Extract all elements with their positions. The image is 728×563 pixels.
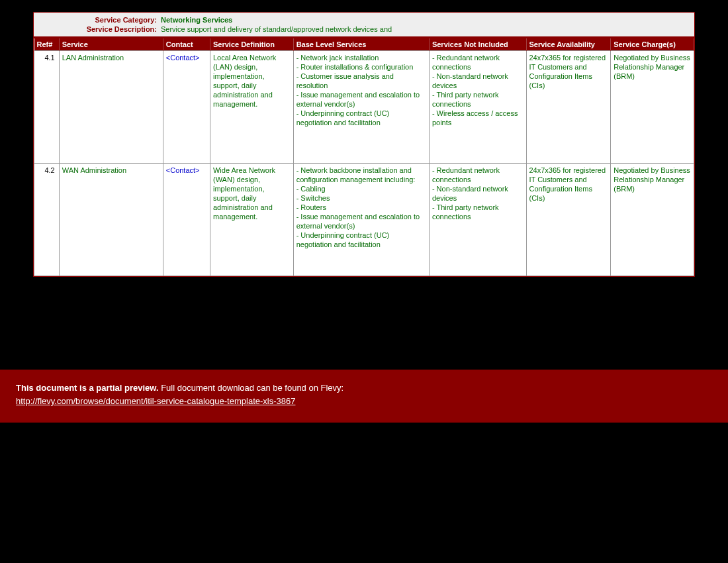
category-value: Networking Services [161,15,232,25]
cell-ref: 4.2 [34,164,60,276]
footer-rest: Full document download can be found on F… [159,383,344,393]
cell-base: - Network jack installation - Router ins… [293,51,429,164]
service-table: Ref# Service Contact Service Definition … [34,38,694,276]
cell-contact: <Contact> [163,51,210,164]
footer-bold: This document is a partial preview. [16,383,159,393]
cell-availability: 24x7x365 for registered IT Customers and… [526,164,611,276]
cell-definition: Wide Area Network (WAN) design, implemen… [210,164,293,276]
cell-availability: 24x7x365 for registered IT Customers and… [526,51,611,164]
header-base: Base Level Services [293,38,429,51]
cell-charges: Negotiated by Business Relationship Mana… [611,51,694,164]
preview-footer: This document is a partial preview. Full… [0,370,728,423]
cell-contact: <Contact> [163,164,210,276]
meta-block: Service Category: Networking Services Se… [34,13,694,38]
table-row: 4.1LAN Administration<Contact>Local Area… [34,51,694,164]
cell-service: LAN Administration [59,51,163,164]
cell-not-included: - Redundant network connections - Non-st… [429,51,526,164]
header-ref: Ref# [34,38,60,51]
description-value: Service support and delivery of standard… [161,25,392,34]
header-definition: Service Definition [210,38,293,51]
cell-base: - Network backbone installation and conf… [293,164,429,276]
category-label: Service Category: [38,15,161,25]
cell-not-included: - Redundant network connections - Non-st… [429,164,526,276]
header-availability: Service Availability [526,38,611,51]
description-label: Service Description: [38,25,161,34]
header-charges: Service Charge(s) [611,38,694,51]
header-service: Service [59,38,163,51]
cell-definition: Local Area Network (LAN) design, impleme… [210,51,293,164]
cell-ref: 4.1 [34,51,60,164]
footer-link[interactable]: http://flevy.com/browse/document/itil-se… [16,396,295,406]
header-contact: Contact [163,38,210,51]
cell-charges: Negotiated by Business Relationship Mana… [611,164,694,276]
header-not-included: Services Not Included [429,38,526,51]
header-row: Ref# Service Contact Service Definition … [34,38,694,51]
service-catalogue-sheet: Service Category: Networking Services Se… [33,12,695,277]
cell-service: WAN Administration [59,164,163,276]
table-row: 4.2WAN Administration<Contact>Wide Area … [34,164,694,276]
